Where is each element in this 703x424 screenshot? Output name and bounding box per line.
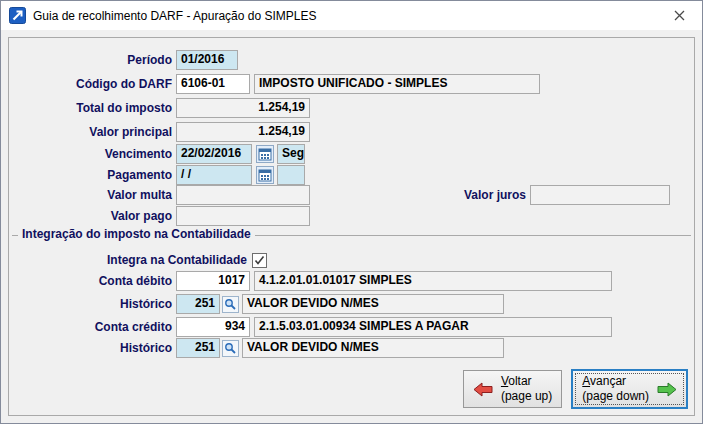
pagamento-label: Pagamento <box>9 168 172 182</box>
historico-credito-lookup-button[interactable] <box>222 340 239 357</box>
vencimento-weekday: Seg <box>277 144 305 164</box>
periodo-label: Período <box>9 53 172 67</box>
avancar-label-line1: Avançar <box>582 374 626 389</box>
valor-juros-label: Valor juros <box>340 188 526 202</box>
app-icon <box>9 7 26 24</box>
valor-multa-value <box>176 185 310 205</box>
codigo-darf-input[interactable]: 6106-01 <box>176 74 250 94</box>
calendar-icon <box>258 168 272 182</box>
total-imposto-value: 1.254,19 <box>176 98 310 118</box>
valor-principal-row: Valor principal 1.254,19 <box>9 122 694 142</box>
historico-debito-description: VALOR DEVIDO N/MES <box>242 294 504 314</box>
calendar-icon <box>258 147 272 161</box>
conta-credito-input[interactable]: 934 <box>176 317 250 337</box>
integra-contabilidade-label: Integra na Contabilidade <box>9 253 247 267</box>
historico-credito-input[interactable]: 251 <box>176 338 220 358</box>
pagamento-calendar-button[interactable] <box>256 166 274 184</box>
conta-credito-label: Conta crédito <box>9 320 172 334</box>
conta-debito-description: 4.1.2.01.01.01017 SIMPLES <box>254 271 612 291</box>
nav-buttons: Voltar (page up) Avançar (page down) <box>463 369 688 409</box>
historico-debito-lookup-button[interactable] <box>222 296 239 313</box>
voltar-button[interactable]: Voltar (page up) <box>463 370 562 408</box>
close-button[interactable] <box>657 1 702 29</box>
voltar-label-line1: Voltar <box>501 374 532 389</box>
periodo-input[interactable]: 01/2016 <box>176 50 238 70</box>
pagamento-date-input[interactable]: / / <box>176 165 252 185</box>
darf-dialog: Guia de recolhimento DARF - Apuração do … <box>0 0 703 424</box>
pagamento-row: Pagamento / / <box>9 165 694 185</box>
integra-contabilidade-row: Integra na Contabilidade <box>9 250 694 270</box>
red-left-arrow-icon <box>473 382 493 397</box>
conta-credito-row: Conta crédito 934 2.1.5.03.01.00934 SIMP… <box>9 317 694 337</box>
historico-debito-label: Histórico <box>9 297 172 311</box>
conta-debito-input[interactable]: 1017 <box>176 271 250 291</box>
valor-principal-label: Valor principal <box>9 125 172 139</box>
avancar-label: Avançar (page down) <box>582 374 649 404</box>
valor-principal-value: 1.254,19 <box>176 122 310 142</box>
conta-debito-row: Conta débito 1017 4.1.2.01.01.01017 SIMP… <box>9 271 694 291</box>
historico-credito-label: Histórico <box>9 341 172 355</box>
pagamento-weekday <box>277 165 305 185</box>
valor-pago-row: Valor pago <box>9 206 694 226</box>
green-right-arrow-icon <box>657 382 677 397</box>
vencimento-label: Vencimento <box>9 147 172 161</box>
historico-debito-input[interactable]: 251 <box>176 294 220 314</box>
integra-contabilidade-checkbox[interactable] <box>252 253 267 268</box>
vencimento-row: Vencimento 22/02/2016 Seg <box>9 144 694 164</box>
total-imposto-label: Total do imposto <box>9 101 172 115</box>
window-title: Guia de recolhimento DARF - Apuração do … <box>33 9 316 23</box>
vencimento-calendar-button[interactable] <box>256 145 274 163</box>
magnifier-icon <box>224 342 237 355</box>
voltar-label-line2: (page up) <box>501 389 552 404</box>
valor-multa-label: Valor multa <box>9 188 172 202</box>
avancar-label-line2: (page down) <box>582 389 649 404</box>
total-imposto-row: Total do imposto 1.254,19 <box>9 98 694 118</box>
checkmark-icon <box>254 255 265 266</box>
periodo-row: Período 01/2016 <box>9 50 694 70</box>
codigo-darf-label: Código do DARF <box>9 77 172 91</box>
historico-credito-row: Histórico 251 VALOR DEVIDO N/MES <box>9 338 694 358</box>
conta-debito-label: Conta débito <box>9 274 172 288</box>
voltar-label: Voltar (page up) <box>501 374 552 404</box>
form-panel: Período 01/2016 Código do DARF 6106-01 I… <box>8 37 695 416</box>
vencimento-date-input[interactable]: 22/02/2016 <box>176 144 252 164</box>
valor-juros-value <box>530 185 670 205</box>
codigo-darf-row: Código do DARF 6106-01 IMPOSTO UNIFICADO… <box>9 74 694 94</box>
valor-multa-row: Valor multa Valor juros <box>9 185 694 205</box>
codigo-darf-description: IMPOSTO UNIFICADO - SIMPLES <box>254 74 540 94</box>
valor-pago-label: Valor pago <box>9 209 172 223</box>
historico-credito-description: VALOR DEVIDO N/MES <box>242 338 504 358</box>
titlebar: Guia de recolhimento DARF - Apuração do … <box>1 1 702 30</box>
avancar-button[interactable]: Avançar (page down) <box>571 369 688 409</box>
close-icon <box>674 10 685 21</box>
conta-credito-description: 2.1.5.03.01.00934 SIMPLES A PAGAR <box>254 317 612 337</box>
magnifier-icon <box>224 298 237 311</box>
valor-pago-value <box>176 206 310 226</box>
integration-section-title: Integração do imposto na Contabilidade <box>18 227 255 241</box>
integration-section-header: Integração do imposto na Contabilidade <box>9 227 694 243</box>
historico-debito-row: Histórico 251 VALOR DEVIDO N/MES <box>9 294 694 314</box>
